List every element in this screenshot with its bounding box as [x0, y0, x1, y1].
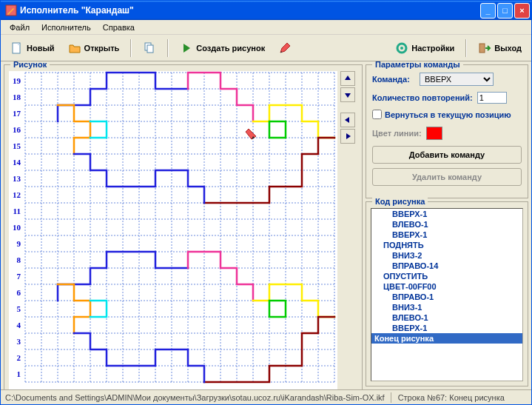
- code-item[interactable]: ПОДНЯТЬ: [371, 240, 522, 250]
- code-item[interactable]: ВВЕРХ-1: [371, 323, 522, 333]
- svg-marker-4: [183, 44, 190, 53]
- svg-rect-3: [147, 45, 153, 53]
- svg-text:11: 11: [192, 388, 200, 389]
- svg-text:12: 12: [209, 388, 218, 389]
- svg-text:14: 14: [13, 158, 21, 167]
- code-title: Код рисунка: [372, 197, 428, 206]
- nav-right-button[interactable]: [340, 129, 355, 144]
- code-item[interactable]: Конец рисунка: [371, 333, 522, 344]
- drawing-canvas[interactable]: 1122334455667788991010111112121313141415…: [9, 71, 337, 389]
- svg-text:4: 4: [17, 321, 21, 329]
- new-file-icon: [10, 41, 24, 55]
- svg-text:4: 4: [80, 388, 84, 389]
- nav-down-button[interactable]: [340, 87, 355, 102]
- svg-text:6: 6: [17, 288, 21, 297]
- open-folder-icon: [68, 41, 81, 55]
- close-button[interactable]: ×: [514, 3, 530, 19]
- svg-text:19: 19: [13, 76, 21, 85]
- separator: [167, 39, 169, 57]
- svg-text:13: 13: [13, 174, 21, 183]
- gear-icon: [395, 41, 408, 55]
- add-command-button[interactable]: Добавить команду: [372, 146, 522, 164]
- svg-text:1: 1: [17, 369, 21, 378]
- svg-marker-89: [345, 117, 349, 123]
- params-panel: Параметры команды Команда: ВВЕРХ Количес…: [366, 64, 528, 198]
- repeat-input[interactable]: [477, 92, 507, 104]
- pencil-icon: [278, 41, 292, 55]
- svg-text:12: 12: [13, 190, 21, 199]
- code-list[interactable]: ВВЕРХ-1ВЛЕВО-1ВВЕРХ-1ПОДНЯТЬВНИЗ-2ВПРАВО…: [371, 208, 523, 381]
- svg-text:9: 9: [17, 239, 21, 248]
- return-label: Вернуться в текущую позицию: [385, 110, 511, 119]
- params-title: Параметры команды: [372, 61, 463, 69]
- svg-text:8: 8: [145, 388, 149, 389]
- svg-text:17: 17: [13, 109, 21, 118]
- return-checkbox[interactable]: [372, 110, 382, 119]
- code-panel: Код рисунка ВВЕРХ-1ВЛЕВО-1ВВЕРХ-1ПОДНЯТЬ…: [366, 201, 528, 386]
- code-item[interactable]: ВПРАВО-1: [371, 292, 522, 302]
- maximize-button[interactable]: □: [497, 3, 513, 19]
- svg-text:15: 15: [13, 141, 21, 150]
- svg-text:10: 10: [13, 223, 21, 232]
- drawing-panel: Рисунок 11223344556677889910101111121213…: [4, 64, 363, 389]
- title-bar: Исполнитель "Карандаш" _ □ ×: [1, 1, 531, 20]
- code-item[interactable]: ЦВЕТ-00FF00: [371, 281, 522, 292]
- separator: [465, 39, 467, 57]
- code-item[interactable]: ОПУСТИТЬ: [371, 271, 522, 281]
- svg-text:6: 6: [112, 388, 117, 389]
- copy-icon: [143, 41, 156, 55]
- exit-button[interactable]: Выход: [473, 39, 527, 58]
- code-item[interactable]: ВПРАВО-14: [371, 261, 522, 271]
- open-button[interactable]: Открыть: [63, 39, 125, 58]
- svg-text:17: 17: [290, 388, 299, 389]
- window-title: Исполнитель "Карандаш": [20, 5, 479, 16]
- menu-file[interactable]: Файл: [4, 21, 36, 33]
- command-select[interactable]: ВВЕРХ: [420, 73, 494, 86]
- menu-executor[interactable]: Исполнитель: [36, 21, 97, 33]
- svg-point-6: [400, 47, 403, 50]
- svg-text:18: 18: [13, 93, 21, 101]
- code-item[interactable]: ВВЕРХ-1: [371, 230, 522, 240]
- nav-up-button[interactable]: [340, 71, 355, 86]
- app-icon: [5, 4, 17, 16]
- svg-text:14: 14: [241, 388, 250, 389]
- color-swatch[interactable]: [426, 127, 442, 140]
- svg-text:1: 1: [31, 388, 36, 389]
- svg-text:13: 13: [225, 388, 234, 389]
- svg-marker-88: [345, 93, 351, 98]
- nav-left-button[interactable]: [340, 113, 355, 127]
- new-button[interactable]: Новый: [5, 39, 60, 58]
- settings-button[interactable]: Настройки: [390, 39, 459, 58]
- code-item[interactable]: ВЛЕВО-1: [371, 219, 522, 230]
- code-item[interactable]: ВЛЕВО-1: [371, 312, 522, 323]
- svg-text:15: 15: [257, 388, 266, 389]
- run-icon: [180, 41, 193, 55]
- delete-command-button[interactable]: Удалить команду: [372, 168, 522, 186]
- create-drawing-button[interactable]: Создать рисунок: [175, 39, 270, 58]
- svg-text:18: 18: [306, 388, 315, 389]
- minimize-button[interactable]: _: [480, 3, 496, 19]
- svg-text:16: 16: [13, 125, 21, 134]
- repeat-label: Количество повторений:: [372, 93, 473, 102]
- svg-text:2: 2: [47, 388, 52, 389]
- menu-help[interactable]: Справка: [97, 21, 141, 33]
- copy-button[interactable]: [138, 39, 161, 58]
- svg-rect-7: [479, 44, 485, 53]
- svg-text:16: 16: [274, 388, 283, 389]
- svg-text:5: 5: [96, 388, 101, 389]
- svg-marker-87: [345, 76, 351, 80]
- code-item[interactable]: ВНИЗ-2: [371, 250, 522, 261]
- svg-text:5: 5: [17, 304, 21, 313]
- svg-rect-8: [25, 73, 334, 382]
- svg-text:11: 11: [13, 207, 21, 215]
- code-item[interactable]: ВНИЗ-1: [371, 302, 522, 312]
- drawing-title: Рисунок: [10, 61, 50, 69]
- svg-text:8: 8: [17, 255, 21, 264]
- pencil-tool-button[interactable]: [273, 39, 297, 58]
- code-item[interactable]: ВВЕРХ-1: [371, 209, 522, 219]
- svg-text:3: 3: [17, 337, 21, 346]
- color-label: Цвет линии:: [372, 129, 422, 138]
- svg-text:7: 7: [129, 388, 133, 389]
- svg-text:2: 2: [17, 353, 21, 362]
- status-line: Строка №67: Конец рисунка: [398, 393, 505, 402]
